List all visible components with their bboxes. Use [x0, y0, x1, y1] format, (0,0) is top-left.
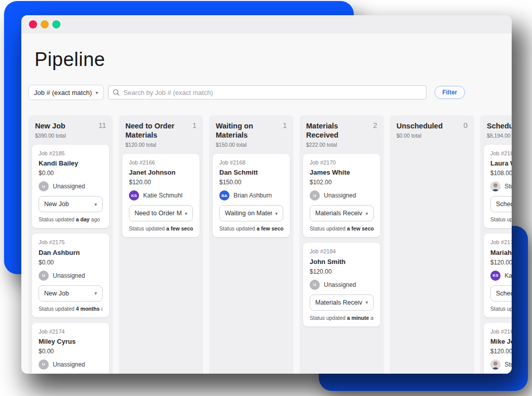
job-card[interactable]: Job #2170 James White $102.00 U Unassign… [303, 154, 380, 237]
job-card[interactable]: Job #2176 Mariah C $120.00 KS Katie Schm… [484, 234, 512, 317]
job-amount: $102.00 [310, 179, 374, 186]
status-dropdown[interactable]: Materials Received ▾ [310, 205, 374, 221]
customer-name: Miley Cyrus [39, 338, 103, 345]
column-total: $8,194.00 total [487, 133, 512, 139]
close-window-button[interactable] [29, 20, 37, 28]
assignee-row: U Unassigned [39, 271, 103, 281]
status-value: Materials Received [315, 299, 362, 306]
column-total: $120.00 total [125, 142, 196, 148]
column-total: $390.00 total [35, 133, 106, 139]
job-amount: $0.00 [39, 259, 103, 266]
person-photo-icon [490, 181, 501, 191]
assignee-name: Unassigned [324, 281, 356, 288]
status-updated-text: Status updated a day ago [39, 216, 103, 222]
status-updated-text: Status updated a minute ago [310, 315, 374, 321]
status-updated-text: Status updated a few seconds ago [129, 225, 193, 232]
column-new-job: New Job 11 $390.00 total Job #2185 Kandi… [28, 115, 113, 374]
job-amount: $0.00 [39, 348, 103, 355]
maximize-window-button[interactable] [52, 20, 60, 28]
status-dropdown[interactable]: New Job ▾ [39, 196, 103, 212]
status-value: Scheduled [496, 201, 512, 208]
status-dropdown[interactable]: Need to Order Mater... ▾ [129, 205, 193, 221]
assignee-row: KS Katie Schmuhl [129, 190, 193, 201]
status-dropdown[interactable]: New Job ▾ [39, 285, 103, 302]
customer-name: Mariah C [490, 249, 512, 256]
status-updated-text: Status updated a few seconds ago [310, 225, 374, 232]
status-dropdown[interactable]: Scheduled ▾ [490, 196, 512, 212]
assignee-row: Stun [490, 181, 512, 191]
card-list: Job #2182 Laura W $108.00 [484, 145, 512, 374]
card-list: Job #2170 James White $102.00 U Unassign… [303, 154, 380, 326]
assignee-row: BA Brian Ashburn [219, 190, 283, 201]
status-dropdown[interactable]: Materials Received ▾ [310, 294, 374, 311]
column-count: 1 [192, 121, 196, 129]
job-number: Job #2170 [310, 159, 374, 166]
job-number: Job #2168 [219, 159, 283, 166]
customer-name: James White [310, 169, 374, 176]
customer-name: Kandi Bailey [39, 159, 103, 167]
job-card[interactable]: Job #2182 Laura W $108.00 [484, 145, 512, 228]
job-number: Job #2166 [129, 159, 193, 166]
customer-name: Janet Johnson [129, 169, 193, 176]
job-card[interactable]: Job #2165 Mike Joh $120.00 [484, 323, 512, 374]
chevron-down-icon: ▾ [185, 211, 187, 216]
assignee-name: Unassigned [53, 183, 85, 190]
job-number: Job #2174 [39, 328, 103, 335]
job-card[interactable]: Job #2168 Dan Schmitt $150.00 BA Brian A… [213, 154, 290, 237]
chevron-down-icon: ▾ [275, 211, 278, 216]
page-background: Pipeline Job # (exact match) ▾ Filter [0, 0, 532, 396]
assignee-name: Brian Ashburn [234, 192, 272, 199]
column-title: Waiting on Materials [216, 121, 279, 140]
column-count: 0 [463, 121, 468, 129]
column-waiting-on-materials: Waiting on Materials 1 $150.00 total Job… [209, 115, 293, 374]
photo-avatar [490, 359, 501, 370]
photo-avatar [490, 181, 501, 191]
unassigned-avatar: U [310, 280, 320, 290]
unassigned-avatar: U [39, 359, 49, 370]
column-scheduled: Scheduled $8,194.00 total Job #2182 Laur… [480, 115, 512, 374]
job-card[interactable]: Job #2185 Kandi Bailey $0.00 U Unassigne… [32, 145, 109, 228]
chevron-down-icon: ▾ [365, 300, 368, 305]
job-amount: $120.00 [490, 348, 512, 355]
column-title: Need to Order Materials [125, 121, 188, 140]
column-header: Need to Order Materials 1 $120.00 total [122, 121, 200, 148]
column-header: Materials Received 2 $222.00 total [303, 121, 380, 148]
minimize-window-button[interactable] [41, 20, 49, 28]
search-toolbar: Job # (exact match) ▾ Filter [28, 85, 505, 100]
column-title: Materials Received [306, 121, 369, 140]
search-type-dropdown[interactable]: Job # (exact match) ▾ [28, 85, 104, 100]
assignee-name: Katie Schmuhl [505, 272, 512, 279]
job-number: Job #2176 [490, 239, 512, 246]
assignee-name: Unassigned [324, 192, 356, 199]
assignee-name: Stun [505, 361, 512, 368]
customer-name: John Smith [310, 258, 374, 266]
status-value: Materials Received [315, 210, 362, 217]
unassigned-avatar: U [39, 181, 49, 191]
status-dropdown[interactable]: Waiting on Materials ▾ [219, 205, 283, 221]
card-list: Job #2166 Janet Johnson $120.00 KS Katie… [122, 154, 200, 237]
column-total: $0.00 total [396, 133, 468, 139]
assignee-row: KS Katie Schmuhl [490, 271, 512, 281]
assignee-row: U Unassigned [39, 181, 103, 191]
job-number: Job #2185 [39, 150, 103, 157]
job-card[interactable]: Job #2166 Janet Johnson $120.00 KS Katie… [122, 154, 200, 237]
job-amount: $120.00 [490, 259, 512, 266]
column-header: New Job 11 $390.00 total [32, 121, 109, 139]
column-title: Scheduled [487, 121, 512, 130]
job-card[interactable]: Job #2174 Miley Cyrus $0.00 U Unassigned… [32, 323, 109, 374]
filter-button[interactable]: Filter [435, 86, 464, 99]
search-input[interactable] [123, 89, 422, 96]
job-amount: $150.00 [219, 179, 283, 186]
assignee-row: U Unassigned [39, 359, 103, 370]
job-number: Job #2175 [39, 239, 103, 246]
job-number: Job #2182 [490, 150, 512, 157]
assignee-name: Katie Schmuhl [143, 192, 182, 199]
status-value: Waiting on Materials [225, 210, 272, 217]
customer-name: Dan Schmitt [219, 169, 283, 176]
assignee-row: Stun [490, 359, 512, 370]
unassigned-avatar: U [39, 271, 49, 281]
status-dropdown[interactable]: Scheduled ▾ [490, 285, 512, 302]
job-card[interactable]: Job #2184 John Smith $120.00 U Unassigne… [303, 243, 380, 326]
status-updated-text: Status updated [490, 306, 512, 312]
job-card[interactable]: Job #2175 Dan Ashburn $0.00 U Unassigned… [32, 234, 109, 317]
